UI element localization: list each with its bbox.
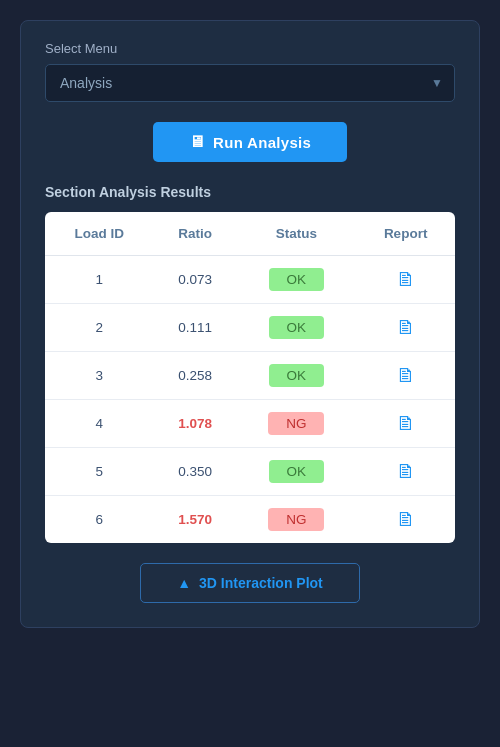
table-row: 61.570NG🗎	[45, 496, 455, 544]
col-header-ratio: Ratio	[154, 212, 237, 256]
cell-status: NG	[236, 400, 356, 448]
report-icon[interactable]: 🗎	[396, 508, 416, 530]
cell-report: 🗎	[356, 304, 455, 352]
run-btn-wrapper: 🖥 Run Analysis	[45, 122, 455, 162]
cell-load-id: 1	[45, 256, 154, 304]
results-table: Load ID Ratio Status Report 10.073OK🗎20.…	[45, 212, 455, 543]
col-header-report: Report	[356, 212, 455, 256]
cell-ratio: 1.078	[154, 400, 237, 448]
cell-report: 🗎	[356, 256, 455, 304]
plot-button[interactable]: ▲ 3D Interaction Plot	[140, 563, 360, 603]
analysis-select[interactable]: Analysis Design Check	[45, 64, 455, 102]
cell-status: OK	[236, 304, 356, 352]
report-icon[interactable]: 🗎	[396, 268, 416, 290]
table-row: 50.350OK🗎	[45, 448, 455, 496]
cell-report: 🗎	[356, 400, 455, 448]
cell-ratio: 0.111	[154, 304, 237, 352]
results-card: Load ID Ratio Status Report 10.073OK🗎20.…	[45, 212, 455, 543]
cell-report: 🗎	[356, 496, 455, 544]
cell-ratio: 0.350	[154, 448, 237, 496]
cell-load-id: 6	[45, 496, 154, 544]
table-row: 20.111OK🗎	[45, 304, 455, 352]
table-row: 10.073OK🗎	[45, 256, 455, 304]
cell-ratio: 1.570	[154, 496, 237, 544]
col-header-status: Status	[236, 212, 356, 256]
cell-report: 🗎	[356, 352, 455, 400]
plot-icon: ▲	[177, 575, 191, 591]
cell-load-id: 2	[45, 304, 154, 352]
col-header-load-id: Load ID	[45, 212, 154, 256]
select-menu-label: Select Menu	[45, 41, 455, 56]
cell-load-id: 4	[45, 400, 154, 448]
report-icon[interactable]: 🗎	[396, 316, 416, 338]
cell-status: OK	[236, 256, 356, 304]
run-icon: 🖥	[189, 133, 205, 151]
plot-btn-wrapper: ▲ 3D Interaction Plot	[45, 563, 455, 603]
cell-status: OK	[236, 448, 356, 496]
cell-ratio: 0.073	[154, 256, 237, 304]
table-header-row: Load ID Ratio Status Report	[45, 212, 455, 256]
report-icon[interactable]: 🗎	[396, 460, 416, 482]
cell-report: 🗎	[356, 448, 455, 496]
report-icon[interactable]: 🗎	[396, 412, 416, 434]
cell-status: OK	[236, 352, 356, 400]
cell-load-id: 5	[45, 448, 154, 496]
select-wrapper: Analysis Design Check ▼	[45, 64, 455, 102]
run-analysis-button[interactable]: 🖥 Run Analysis	[153, 122, 347, 162]
cell-ratio: 0.258	[154, 352, 237, 400]
results-section-title: Section Analysis Results	[45, 184, 455, 200]
main-card: Select Menu Analysis Design Check ▼ 🖥 Ru…	[20, 20, 480, 628]
cell-status: NG	[236, 496, 356, 544]
table-row: 30.258OK🗎	[45, 352, 455, 400]
report-icon[interactable]: 🗎	[396, 364, 416, 386]
cell-load-id: 3	[45, 352, 154, 400]
run-button-label: Run Analysis	[213, 134, 311, 151]
plot-button-label: 3D Interaction Plot	[199, 575, 323, 591]
table-row: 41.078NG🗎	[45, 400, 455, 448]
